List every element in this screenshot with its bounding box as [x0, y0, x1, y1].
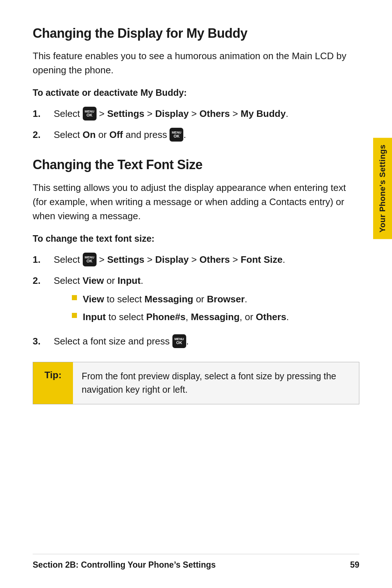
section1-step1: 1. Select MENU OK > Settings > Display >…: [33, 107, 359, 121]
step2-on: On: [83, 129, 96, 140]
bullet-square-icon: [72, 313, 77, 318]
step1-path: > Settings > Display > Others > Font Siz…: [99, 254, 285, 265]
footer-section-text: Section 2B: Controlling Your Phone’s Set…: [33, 560, 216, 570]
section2: Changing the Text Font Size This setting…: [33, 157, 359, 404]
sub-bullet-2-text: Input to select Phone#s, Messaging, or O…: [83, 310, 289, 324]
footer-page-number: 59: [350, 560, 359, 570]
menu-icon-3: MENU OK: [83, 253, 97, 266]
menu-icon-4: MENU OK: [172, 334, 186, 348]
tip-label: Tip:: [33, 362, 73, 404]
section2-step1: 1. Select MENU OK > Settings > Display >…: [33, 253, 359, 267]
sidebar-tab: Your Phone's Settings: [373, 138, 392, 239]
bullet-square-icon: [72, 295, 77, 300]
step2-content: Select View or Input. View to select Mes…: [54, 274, 359, 328]
menu-icon-2: MENU OK: [170, 128, 183, 142]
tip-box: Tip: From the font preview display, sele…: [33, 362, 359, 404]
tip-content: From the font preview display, select a …: [73, 362, 359, 404]
section1-subsection-label: To activate or deactivate My Buddy:: [33, 87, 359, 98]
section2-steps: 1. Select MENU OK > Settings > Display >…: [33, 253, 359, 349]
section1-step2: 2. Select On or Off and press MENU OK .: [33, 128, 359, 142]
section1-steps: 1. Select MENU OK > Settings > Display >…: [33, 107, 359, 142]
section2-title: Changing the Text Font Size: [33, 157, 359, 172]
section2-description: This setting allows you to adjust the di…: [33, 181, 359, 223]
step2-view: View: [83, 275, 104, 286]
step-number: 1.: [33, 253, 51, 267]
step3-content: Select a font size and press MENU OK .: [54, 334, 359, 349]
step-number: 2.: [33, 128, 51, 142]
section1-description: This feature enables you to see a humoro…: [33, 49, 359, 77]
step-number: 1.: [33, 107, 51, 121]
sub-bullet-2: Input to select Phone#s, Messaging, or O…: [72, 310, 359, 324]
section2-step2: 2. Select View or Input. View to select …: [33, 274, 359, 328]
sub-bullet-1-text: View to select Messaging or Browser.: [83, 292, 247, 306]
sub-bullets: View to select Messaging or Browser. Inp…: [72, 292, 359, 324]
step1-path: > Settings > Display > Others > My Buddy…: [99, 108, 289, 119]
page-footer: Section 2B: Controlling Your Phone’s Set…: [33, 554, 359, 570]
step1-content: Select MENU OK > Settings > Display > Ot…: [54, 107, 359, 121]
section1-title: Changing the Display for My Buddy: [33, 25, 359, 41]
menu-icon-1: MENU OK: [83, 107, 97, 121]
step1-content: Select MENU OK > Settings > Display > Ot…: [54, 253, 359, 267]
page-container: Changing the Display for My Buddy This f…: [0, 0, 392, 588]
step2-off: Off: [109, 129, 123, 140]
step-number: 2.: [33, 274, 51, 288]
step-number: 3.: [33, 334, 51, 348]
section2-subsection-label: To change the text font size:: [33, 233, 359, 244]
section2-step3: 3. Select a font size and press MENU OK …: [33, 334, 359, 349]
step2-input: Input: [118, 275, 141, 286]
section1: Changing the Display for My Buddy This f…: [33, 25, 359, 142]
step2-content: Select On or Off and press MENU OK .: [54, 128, 359, 142]
sidebar-tab-text: Your Phone's Settings: [378, 144, 387, 233]
sub-bullet-1: View to select Messaging or Browser.: [72, 292, 359, 306]
